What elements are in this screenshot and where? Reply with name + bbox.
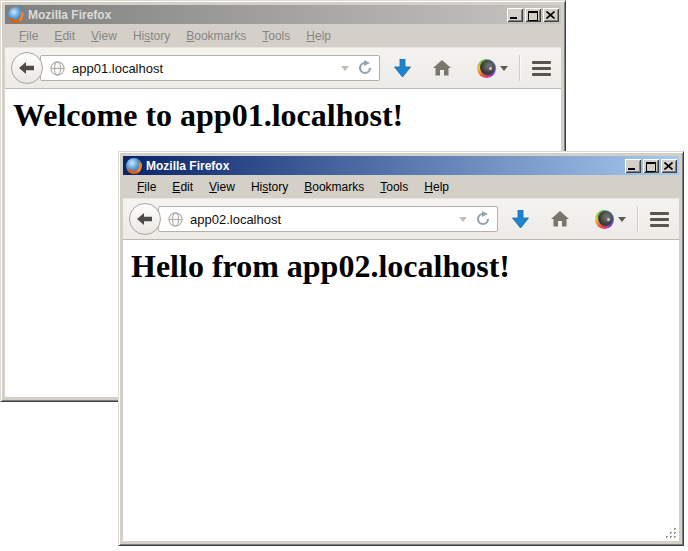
menu-bar: File Edit View History Bookmarks Tools H… <box>5 24 561 47</box>
url-text[interactable]: app02.localhost <box>190 212 459 227</box>
menu-help[interactable]: Help <box>416 178 457 196</box>
back-button[interactable] <box>11 52 43 84</box>
close-icon <box>664 162 673 170</box>
minimize-button[interactable] <box>507 8 523 22</box>
addon-dropdown-icon[interactable] <box>618 217 626 226</box>
menu-history[interactable]: History <box>243 178 296 196</box>
menu-icon[interactable] <box>532 61 551 76</box>
download-icon[interactable] <box>512 210 529 229</box>
globe-icon[interactable] <box>50 61 65 76</box>
minimize-icon <box>628 168 635 170</box>
maximize-button[interactable] <box>643 159 659 173</box>
maximize-button[interactable] <box>525 8 541 22</box>
home-icon[interactable] <box>433 60 451 76</box>
menu-tools[interactable]: Tools <box>372 178 416 196</box>
menu-file[interactable]: File <box>129 178 164 196</box>
menu-bar: File Edit View History Bookmarks Tools H… <box>123 175 679 198</box>
titlebar[interactable]: Mozilla Firefox <box>123 156 679 175</box>
addon-icon[interactable] <box>595 210 614 229</box>
url-bar[interactable]: app01.localhost <box>40 55 380 81</box>
minimize-button[interactable] <box>625 159 641 173</box>
menu-bookmarks[interactable]: Bookmarks <box>178 27 254 45</box>
window-controls <box>625 159 677 173</box>
back-icon <box>19 62 35 74</box>
menu-tools[interactable]: Tools <box>254 27 298 45</box>
window-title: Mozilla Firefox <box>28 8 507 22</box>
maximize-icon <box>528 11 538 21</box>
globe-icon[interactable] <box>168 212 183 227</box>
back-icon <box>137 213 153 225</box>
navigation-toolbar: app01.localhost <box>5 47 561 89</box>
home-icon[interactable] <box>551 211 569 227</box>
menu-edit[interactable]: Edit <box>164 178 201 196</box>
url-dropdown-icon[interactable] <box>341 66 349 75</box>
reload-icon[interactable] <box>357 60 373 76</box>
toolbar-separator <box>519 55 520 81</box>
download-icon[interactable] <box>394 59 411 78</box>
resize-grip[interactable] <box>664 526 678 540</box>
back-button[interactable] <box>129 203 161 235</box>
navigation-toolbar: app02.localhost <box>123 198 679 240</box>
menu-file[interactable]: File <box>11 27 46 45</box>
firefox-icon[interactable] <box>8 7 24 23</box>
menu-history[interactable]: History <box>125 27 178 45</box>
browser-window-app02: Mozilla Firefox File Edit View History B… <box>118 151 684 546</box>
menu-edit[interactable]: Edit <box>46 27 83 45</box>
menu-bookmarks[interactable]: Bookmarks <box>296 178 372 196</box>
window-title: Mozilla Firefox <box>146 159 625 173</box>
close-icon <box>546 11 555 19</box>
firefox-icon[interactable] <box>126 158 142 174</box>
addon-dropdown-icon[interactable] <box>500 66 508 75</box>
menu-view[interactable]: View <box>201 178 243 196</box>
close-button[interactable] <box>661 159 677 173</box>
url-text[interactable]: app01.localhost <box>72 61 341 76</box>
page-heading: Hello from app02.localhost! <box>131 248 679 285</box>
addon-icon[interactable] <box>477 59 496 78</box>
minimize-icon <box>510 17 517 19</box>
close-button[interactable] <box>543 8 559 22</box>
menu-help[interactable]: Help <box>298 27 339 45</box>
window-controls <box>507 8 559 22</box>
page-heading: Welcome to app01.localhost! <box>13 97 561 134</box>
url-bar[interactable]: app02.localhost <box>158 206 498 232</box>
maximize-icon <box>646 162 656 172</box>
menu-view[interactable]: View <box>83 27 125 45</box>
menu-icon[interactable] <box>650 212 669 227</box>
toolbar-separator <box>637 206 638 232</box>
reload-icon[interactable] <box>475 211 491 227</box>
url-dropdown-icon[interactable] <box>459 217 467 226</box>
titlebar[interactable]: Mozilla Firefox <box>5 5 561 24</box>
page-content: Hello from app02.localhost! <box>123 240 679 541</box>
